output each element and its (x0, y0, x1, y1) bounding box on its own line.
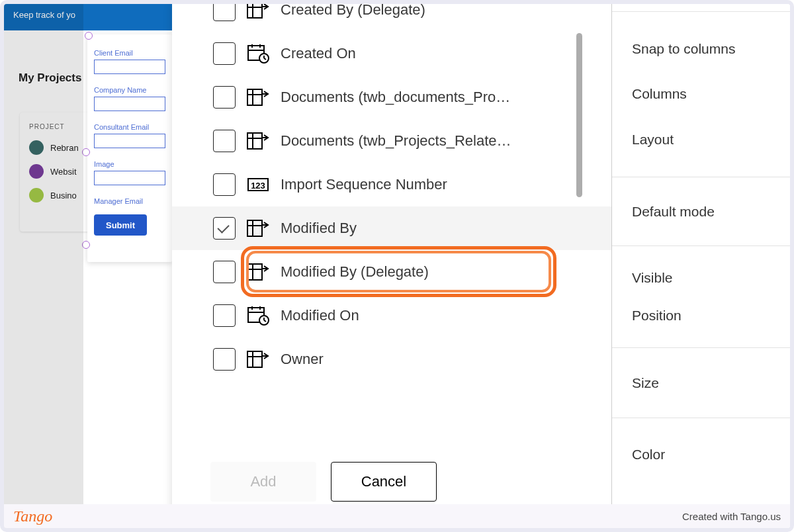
field-label: Company Name (94, 86, 165, 94)
project-avatar-icon (29, 188, 44, 202)
field-chooser-panel: Created By (Delegate) Created On Documen… (172, 4, 613, 528)
tango-footer: Tango Created with Tango.us (4, 504, 790, 528)
field-option-modified-on[interactable]: Modified On (172, 294, 613, 337)
prop-layout[interactable]: Layout (632, 132, 674, 148)
checkbox-checked[interactable] (213, 217, 236, 240)
field-label: Created On (281, 45, 356, 62)
project-name: Websit (50, 167, 77, 177)
selection-handle-icon[interactable] (82, 241, 90, 249)
field-label: Documents (twb_Projects_Relate… (281, 132, 511, 150)
prop-visible[interactable]: Visible (632, 270, 672, 286)
checkbox[interactable] (213, 4, 236, 21)
number-icon (246, 173, 270, 196)
checkbox[interactable] (213, 304, 236, 327)
consultant-email-input[interactable] (94, 134, 165, 148)
prop-color[interactable]: Color (612, 418, 790, 491)
field-label: Manager Email (94, 197, 165, 205)
field-label: Documents (twb_documents_Pro… (281, 89, 510, 106)
prop-position[interactable]: Position (632, 308, 682, 324)
lookup-icon (246, 217, 270, 240)
lookup-icon (246, 261, 270, 283)
lookup-icon (246, 348, 270, 371)
field-label: Owner (281, 351, 324, 368)
checkbox[interactable] (213, 130, 236, 152)
field-label: Modified On (281, 307, 359, 324)
selection-handle-icon[interactable] (85, 32, 93, 40)
lookup-icon (246, 86, 270, 109)
checkbox[interactable] (213, 261, 236, 283)
lookup-icon (246, 4, 270, 21)
scrollbar[interactable] (576, 33, 582, 197)
field-list: Created By (Delegate) Created On Documen… (172, 4, 613, 453)
image-input[interactable] (94, 171, 165, 185)
selection-handle-icon[interactable] (82, 148, 90, 156)
form-card-selected[interactable]: Client Email Company Name Consultant Ema… (87, 34, 172, 262)
project-name: Busino (50, 191, 77, 200)
date-icon (246, 42, 270, 65)
prop-snap-to-columns[interactable]: Snap to columns (632, 41, 735, 57)
company-name-input[interactable] (94, 97, 165, 111)
field-label: Consultant Email (94, 123, 165, 131)
field-label: Import Sequence Number (281, 176, 447, 193)
background-canvas: Keep track of yo My Projects PROJECT Reb… (4, 4, 172, 528)
checkbox[interactable] (213, 42, 236, 65)
submit-button[interactable]: Submit (94, 214, 147, 236)
project-avatar-icon (29, 164, 44, 179)
field-option-created-on[interactable]: Created On (172, 32, 613, 75)
footer-credit: Created with Tango.us (682, 511, 781, 522)
field-option-documents-pro[interactable]: Documents (twb_documents_Pro… (172, 75, 613, 119)
field-option-modified-by[interactable]: Modified By (172, 206, 613, 250)
field-option-created-by-delegate[interactable]: Created By (Delegate) (172, 4, 613, 32)
field-option-import-seq[interactable]: Import Sequence Number (172, 163, 613, 206)
field-label: Modified By (281, 220, 357, 237)
field-option-documents-related[interactable]: Documents (twb_Projects_Relate… (172, 119, 613, 163)
project-avatar-icon (29, 140, 44, 155)
client-email-input[interactable] (94, 60, 165, 74)
field-label: Created By (Delegate) (281, 4, 425, 19)
banner-text: Keep track of yo (13, 10, 75, 20)
add-button[interactable]: Add (210, 462, 316, 502)
my-projects-heading: My Projects (19, 71, 81, 85)
field-label: Modified By (Delegate) (281, 263, 429, 281)
checkbox[interactable] (213, 348, 236, 371)
field-option-modified-by-delegate[interactable]: Modified By (Delegate) (172, 250, 613, 294)
field-label: Image (94, 160, 165, 168)
lookup-icon (246, 130, 270, 152)
field-label: Client Email (94, 49, 165, 57)
prop-columns[interactable]: Columns (632, 86, 687, 102)
prop-size[interactable]: Size (612, 348, 790, 418)
date-icon (246, 304, 270, 327)
properties-panel: Snap to columns Columns Layout Default m… (611, 4, 790, 528)
prop-default-mode[interactable]: Default mode (612, 177, 790, 246)
keep-track-banner: Keep track of yo (4, 4, 172, 30)
field-option-owner[interactable]: Owner (172, 337, 613, 381)
cancel-button[interactable]: Cancel (331, 462, 437, 502)
project-name: Rebran (50, 143, 79, 153)
checkbox[interactable] (213, 173, 236, 196)
checkbox[interactable] (213, 86, 236, 109)
tango-logo: Tango (13, 508, 52, 525)
